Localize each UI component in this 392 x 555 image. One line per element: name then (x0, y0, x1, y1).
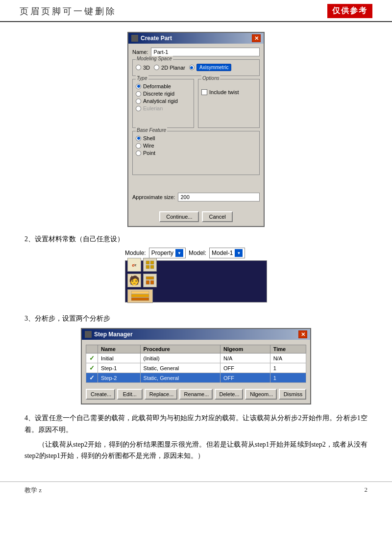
step-table-wrapper: Name Procedure Nlgeom Time ✓ Initial (In… (82, 340, 310, 386)
row-time-step2: 1 (270, 373, 306, 383)
model-label: Model: (189, 250, 206, 256)
include-twist-label: Include twist (209, 89, 239, 95)
row-check-step1: ✓ (86, 363, 98, 373)
radio-2d-planar[interactable]: 2D Planar (154, 65, 185, 71)
svg-rect-1 (150, 261, 154, 264)
module-bar: Module: Property ▼ Model: Model-1 ▼ (125, 248, 267, 258)
toolbar-area: σε 🧑 (125, 260, 267, 303)
rename-button[interactable]: Rename... (179, 389, 213, 400)
toolbar-row-3 (127, 289, 265, 303)
toolbar-row-2: 🧑 (127, 274, 265, 287)
module-dropdown-arrow[interactable]: ▼ (175, 249, 183, 257)
radio-discrete[interactable]: Discrete rigid (136, 91, 191, 97)
header-title: 页眉页脚可一键删除 (20, 5, 117, 17)
step-manager-titlebar: Step Manager ✕ (82, 329, 310, 340)
approx-size-row: Approximate size: (132, 193, 260, 202)
options-label: Options (201, 76, 220, 81)
svg-rect-6 (146, 277, 154, 279)
layers-icon[interactable] (127, 289, 153, 303)
approx-size-label: Approximate size: (132, 194, 175, 200)
col-check (86, 345, 98, 353)
radio-wire-btn[interactable] (136, 143, 141, 149)
model-select[interactable]: Model-1 ▼ (209, 248, 245, 258)
nlgeom-button[interactable]: Nlgeom... (245, 389, 276, 400)
person-icon[interactable]: 🧑 (127, 274, 141, 287)
row-check-initial: ✓ (86, 353, 98, 363)
radio-point[interactable]: Point (136, 150, 256, 156)
toolbar-panel: σε 🧑 (125, 260, 267, 303)
table-row[interactable]: ✓ Initial (Initial) N/A N/A (86, 353, 306, 363)
svg-rect-2 (146, 265, 149, 269)
radio-wire[interactable]: Wire (136, 143, 256, 149)
step-table: Name Procedure Nlgeom Time ✓ Initial (In… (86, 345, 306, 383)
delete-button[interactable]: Delete... (215, 389, 244, 400)
radio-2d-label: 2D Planar (161, 65, 185, 71)
radio-point-btn[interactable] (136, 151, 141, 156)
table-row[interactable]: ✓ Step-1 Static, General OFF 1 (86, 363, 306, 373)
model-value: Model-1 (212, 250, 233, 256)
row-time-step1: 1 (270, 363, 306, 373)
radio-shell[interactable]: Shell (136, 135, 256, 141)
row-nlgeom-step1: OFF (220, 363, 270, 373)
page-footer: 教学 z 2 (0, 481, 392, 499)
replace-button[interactable]: Replace... (145, 389, 177, 400)
row-name-initial: Initial (98, 353, 141, 363)
radio-wire-label: Wire (143, 143, 154, 149)
sigma-epsilon-icon[interactable]: σε (127, 258, 141, 272)
radio-eulerian-btn[interactable] (136, 106, 141, 111)
name-input[interactable] (151, 48, 260, 56)
table-row[interactable]: ✓ Step-2 Static, General OFF 1 (86, 373, 306, 383)
radio-3d[interactable]: 3D (136, 65, 150, 71)
modeling-space-label: Modeling Space (136, 56, 173, 61)
create-button[interactable]: Create... (86, 389, 115, 400)
radio-axisymmetric[interactable]: Axisymmetric (189, 64, 231, 71)
dialog-close-button[interactable]: ✕ (252, 34, 261, 42)
svg-rect-3 (150, 265, 154, 269)
edit-button[interactable]: Edit... (117, 389, 143, 400)
step-manager-titlebar-left: Step Manager (85, 331, 133, 338)
dialog-body: Name: Modeling Space 3D 2D Planar (128, 44, 264, 208)
step-manager-dialog: Step Manager ✕ Name Procedure Nlgeom Tim… (81, 328, 311, 404)
radio-shell-btn[interactable] (136, 136, 141, 141)
model-dropdown-arrow[interactable]: ▼ (235, 249, 243, 257)
module-select[interactable]: Property ▼ (149, 248, 186, 258)
radio-discrete-btn[interactable] (136, 91, 141, 97)
svg-rect-9 (131, 291, 149, 294)
step4-indent-text: （让载荷从step2开始，得到的分析结果图显示很光滑。但若是让载荷从step1开… (24, 439, 368, 462)
toolbar-row-1: σε (127, 258, 265, 272)
continue-button[interactable]: Continue... (159, 211, 199, 222)
radio-deformable-label: Deformable (143, 83, 171, 89)
include-twist-checkbox[interactable] (201, 89, 207, 95)
radio-analytical-btn[interactable] (136, 99, 141, 104)
dialog-title-icon (131, 35, 138, 42)
row-time-initial: N/A (270, 353, 306, 363)
radio-analytical[interactable]: Analytical rigid (136, 98, 191, 104)
approx-size-input[interactable] (178, 193, 260, 202)
step2-label: 2、设置材料常数（自己任意设） (24, 235, 368, 244)
row-proc-step2: Static, General (140, 373, 220, 383)
modeling-space-group: Modeling Space 3D 2D Planar Axisymmet (132, 59, 260, 76)
include-twist-row[interactable]: Include twist (201, 89, 256, 95)
radio-3d-btn[interactable] (136, 65, 141, 70)
row-proc-step1: Static, General (140, 363, 220, 373)
epsilon-icon: ε (135, 262, 137, 267)
row-name-step2: Step-2 (98, 373, 141, 383)
page-header: 页眉页脚可一键删除 仅供参考 (0, 0, 392, 22)
person-grid-icon[interactable] (143, 274, 157, 287)
dismiss-button[interactable]: Dismiss (279, 389, 306, 400)
radio-deformable[interactable]: Deformable (136, 83, 191, 89)
radio-2d-btn[interactable] (154, 65, 159, 70)
page-content: Create Part ✕ Name: Modeling Space (0, 22, 392, 472)
radio-analytical-label: Analytical rigid (143, 98, 178, 104)
radio-eulerian[interactable]: Eulerian (136, 105, 191, 111)
svg-rect-0 (146, 261, 149, 264)
col-name: Name (98, 345, 141, 353)
step-manager-close-button[interactable]: ✕ (298, 330, 307, 338)
step-manager-footer: Create... Edit... Replace... Rename... D… (82, 386, 310, 404)
radio-deformable-btn[interactable] (136, 84, 141, 89)
radio-axis-btn[interactable] (189, 65, 195, 70)
cancel-button[interactable]: Cancel (202, 211, 232, 222)
type-col: Type Deformable Discrete rigid (132, 79, 194, 131)
row-check-step2: ✓ (86, 373, 98, 383)
grid-icon[interactable] (143, 258, 157, 272)
